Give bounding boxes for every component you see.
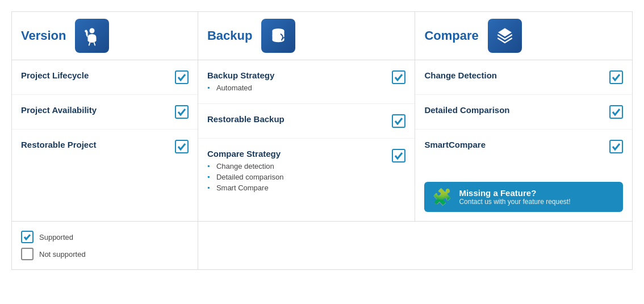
missing-banner-content: Missing a Feature? Contact us with your … xyxy=(459,188,570,206)
version-feature-name: Restorable Project xyxy=(21,140,175,149)
version-header-label: Version xyxy=(21,28,66,43)
feature-subitem: Change detection xyxy=(207,161,392,172)
svg-point-0 xyxy=(90,28,95,34)
backup-header-cell: Backup xyxy=(198,12,415,60)
backup-feature-row: Restorable Backup xyxy=(198,103,415,138)
compare-feature-name: Change Detection xyxy=(424,70,609,80)
check-icon xyxy=(175,70,189,84)
legend-not-supported: Not supported xyxy=(21,248,189,260)
compare-feature-name: Detailed Comparison xyxy=(424,105,609,115)
compare-feature-row: SmartCompare xyxy=(415,129,632,164)
checkmark-svg xyxy=(178,108,186,116)
checkmark-svg xyxy=(178,73,186,81)
compare-features-cell: Change Detection Detailed Comparison Sma… xyxy=(415,60,633,222)
legend-cell: Supported Not supported xyxy=(12,222,198,270)
check-icon xyxy=(392,149,405,163)
backup-feature-row: Backup Strategy Automated xyxy=(198,60,415,103)
backup-header-label: Backup xyxy=(207,28,252,43)
backup-feature-name: Restorable Backup xyxy=(207,114,392,124)
backup-feature-block: Backup Strategy Automated xyxy=(207,70,392,93)
legend-supported: Supported xyxy=(21,231,189,243)
compare-icon xyxy=(488,19,522,53)
checkmark-svg xyxy=(395,73,403,81)
missing-feature-banner[interactable]: 🧩 Missing a Feature? Contact us with you… xyxy=(424,182,623,212)
version-features-cell: Project Lifecycle Project Availability R… xyxy=(12,60,198,222)
compare-feature-block: Detailed Comparison xyxy=(424,105,609,117)
person-icon xyxy=(82,26,102,46)
compare-bottom: 🧩 Missing a Feature? Contact us with you… xyxy=(415,164,632,221)
version-feature-row: Project Lifecycle xyxy=(12,60,198,94)
features-table: Version xyxy=(11,11,633,270)
feature-subitem: Detailed comparison xyxy=(207,172,392,182)
checkmark-svg xyxy=(395,117,403,125)
version-feature-block: Project Availability xyxy=(21,105,175,117)
version-feature-name: Project Lifecycle xyxy=(21,70,175,80)
backup-feature-block: Restorable Backup xyxy=(207,114,392,126)
feature-subitem: Smart Compare xyxy=(207,182,392,193)
database-icon xyxy=(268,26,288,46)
compare-feature-row: Detailed Comparison xyxy=(415,94,632,129)
checkmark-svg xyxy=(612,143,620,151)
feature-subitems: Automated xyxy=(207,82,392,93)
check-icon xyxy=(392,70,405,84)
checkmark-svg xyxy=(395,152,403,160)
backup-feature-name: Backup Strategy xyxy=(207,70,392,80)
backup-features-cell: Backup Strategy Automated Restorable Bac… xyxy=(198,60,415,222)
layers-icon xyxy=(495,26,515,46)
checkmark-svg xyxy=(612,73,620,81)
feature-subitems: Change detectionDetailed comparisonSmart… xyxy=(207,161,392,193)
checkmark-svg xyxy=(612,108,620,116)
version-feature-row: Project Availability xyxy=(12,94,198,129)
version-icon xyxy=(75,19,109,53)
feature-subitem: Automated xyxy=(207,82,392,93)
backup-feature-name: Compare Strategy xyxy=(207,149,392,159)
svg-point-1 xyxy=(85,30,88,33)
version-feature-row: Restorable Project xyxy=(12,129,198,164)
compare-feature-block: Change Detection xyxy=(424,70,609,82)
backup-icon xyxy=(261,19,295,53)
missing-banner-title: Missing a Feature? xyxy=(459,188,570,198)
check-icon xyxy=(175,140,189,153)
legend: Supported Not supported xyxy=(12,222,198,269)
legend-empty-icon xyxy=(21,248,34,260)
compare-header-label: Compare xyxy=(424,28,478,43)
version-feature-name: Project Availability xyxy=(21,105,175,115)
version-feature-block: Restorable Project xyxy=(21,140,175,152)
check-icon xyxy=(609,105,623,119)
version-feature-block: Project Lifecycle xyxy=(21,70,175,82)
check-icon xyxy=(609,70,623,84)
puzzle-icon: 🧩 xyxy=(432,188,452,206)
legend-supported-label: Supported xyxy=(39,233,73,241)
version-header-cell: Version xyxy=(12,12,198,60)
missing-banner-subtitle: Contact us with your feature request! xyxy=(459,198,570,206)
compare-feature-name: SmartCompare xyxy=(424,140,609,149)
compare-header-cell: Compare xyxy=(415,12,633,60)
compare-feature-row: Change Detection xyxy=(415,60,632,94)
backup-feature-block: Compare Strategy Change detectionDetaile… xyxy=(207,149,392,193)
legend-not-supported-label: Not supported xyxy=(39,250,86,259)
legend-spacer xyxy=(198,222,632,270)
check-icon xyxy=(609,140,623,153)
compare-feature-block: SmartCompare xyxy=(424,140,609,152)
legend-check-icon xyxy=(21,231,34,243)
backup-feature-row: Compare Strategy Change detectionDetaile… xyxy=(198,138,415,203)
checkmark-icon xyxy=(24,234,31,240)
check-icon xyxy=(175,105,189,119)
checkmark-svg xyxy=(178,143,186,151)
check-icon xyxy=(392,114,405,128)
